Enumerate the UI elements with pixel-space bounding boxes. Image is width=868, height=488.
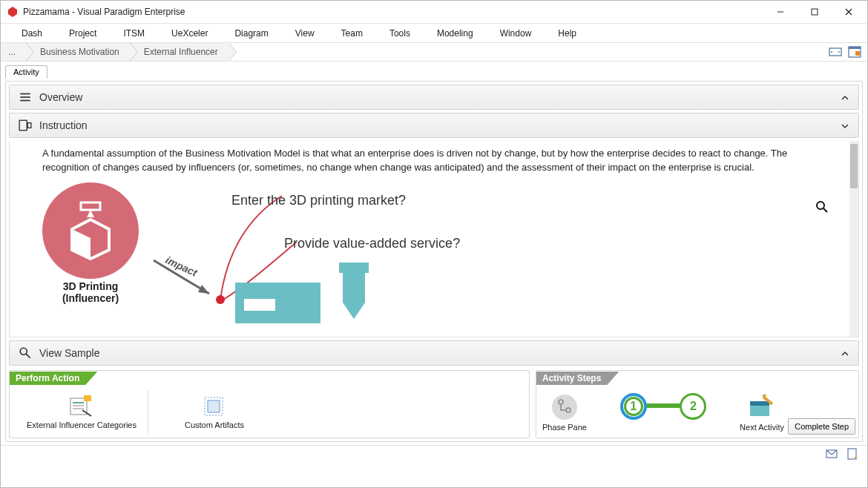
menu-modeling[interactable]: Modeling (424, 25, 487, 42)
tab-activity[interactable]: Activity (5, 65, 47, 79)
svg-point-6 (831, 51, 832, 53)
chevron-up-icon (841, 349, 849, 357)
minimize-button[interactable] (763, 1, 798, 23)
svg-point-37 (552, 395, 577, 420)
question-2: Provide value-added service? (284, 236, 460, 251)
instruction-body: A fundamental assumption of the Business… (9, 141, 859, 337)
section-instruction[interactable]: Instruction (9, 113, 859, 138)
next-activity-step[interactable]: Next Activity (740, 394, 784, 432)
perform-action-panel: Perform Action External Influencer Categ… (9, 370, 530, 438)
titlebar: Pizzamama - Visual Paradigm Enterprise (1, 1, 867, 23)
menu-project[interactable]: Project (56, 25, 110, 42)
chevron-up-icon (841, 93, 849, 102)
action-custom-artifacts[interactable]: Custom Artifacts (148, 388, 280, 437)
scrollbar-thumb[interactable] (850, 144, 858, 188)
chevron-down-icon (841, 121, 849, 130)
section-view-sample-label: View Sample (39, 347, 99, 359)
activity-steps-panel: Activity Steps Phase Pane 1 2 Next Ac (536, 370, 859, 438)
menu-diagram[interactable]: Diagram (221, 25, 281, 42)
step-1[interactable]: 1 (620, 393, 647, 432)
statusbar (1, 445, 867, 461)
svg-rect-25 (343, 273, 365, 303)
maximize-button[interactable] (798, 1, 832, 23)
influencer-circle (42, 182, 139, 279)
svg-rect-41 (750, 401, 769, 406)
section-instruction-label: Instruction (39, 119, 88, 131)
svg-marker-23 (198, 285, 209, 294)
app-icon (7, 6, 19, 18)
question-1: Enter the 3D printing market? (231, 193, 406, 208)
close-button[interactable] (832, 1, 866, 23)
window-title: Pizzamama - Visual Paradigm Enterprise (23, 7, 185, 17)
svg-marker-0 (8, 7, 17, 17)
svg-rect-33 (84, 395, 91, 401)
complete-step-button[interactable]: Complete Step (788, 418, 855, 435)
menu-tools[interactable]: Tools (376, 25, 424, 42)
search-icon (19, 346, 32, 360)
breadcrumb: ... Business Motivation External Influen… (1, 42, 867, 62)
svg-rect-18 (81, 202, 100, 210)
scrollbar[interactable] (849, 141, 858, 337)
instruction-diagram: 3D Printing (Influencer) impact Enter th… (42, 182, 846, 323)
impact-point (216, 295, 225, 304)
svg-rect-40 (750, 406, 769, 416)
menubar: Dash Project ITSM UeXceler Diagram View … (1, 23, 867, 42)
breadcrumb-item-0[interactable]: Business Motivation (26, 43, 130, 61)
svg-rect-15 (27, 123, 31, 128)
layout-icon[interactable] (829, 45, 842, 59)
menu-window[interactable]: Window (487, 25, 545, 42)
menu-help[interactable]: Help (545, 25, 590, 42)
svg-rect-10 (855, 51, 860, 56)
svg-rect-36 (208, 400, 220, 412)
svg-marker-26 (343, 303, 365, 319)
note-icon[interactable] (846, 448, 858, 460)
breadcrumb-item-1[interactable]: External Influencer (130, 43, 228, 61)
menu-itsm[interactable]: ITSM (110, 25, 158, 42)
panel-icon[interactable] (848, 45, 861, 59)
svg-point-27 (20, 348, 27, 355)
hamburger-icon (19, 90, 32, 104)
phase-pane-step[interactable]: Phase Pane (542, 394, 587, 432)
mail-icon[interactable] (826, 448, 838, 460)
influencer-label: 3D Printing (Influencer) (42, 280, 139, 306)
svg-point-7 (838, 51, 840, 53)
svg-rect-14 (19, 120, 27, 131)
printer-head (335, 263, 372, 323)
tab-strip: Activity (1, 62, 867, 78)
section-overview[interactable]: Overview (9, 85, 859, 110)
instruction-icon (19, 119, 32, 132)
menu-uexceler[interactable]: UeXceler (158, 25, 221, 42)
activity-steps-title: Activity Steps (536, 372, 619, 385)
menu-view[interactable]: View (282, 25, 328, 42)
section-view-sample[interactable]: View Sample (9, 340, 859, 366)
action-external-influencer-categories[interactable]: External Influencer Categories (16, 388, 148, 437)
svg-rect-9 (849, 47, 861, 49)
printer-body (235, 283, 320, 323)
step-2[interactable]: 2 (680, 393, 706, 432)
instruction-paragraph: A fundamental assumption of the Business… (42, 147, 832, 175)
menu-dash[interactable]: Dash (8, 25, 56, 42)
section-overview-label: Overview (39, 91, 82, 103)
menu-team[interactable]: Team (328, 25, 376, 42)
perform-action-title: Perform Action (10, 372, 97, 385)
svg-marker-21 (72, 229, 91, 259)
svg-rect-24 (339, 263, 369, 273)
svg-line-28 (26, 354, 30, 358)
main-panel: Overview Instruction A fundamental assum… (5, 81, 863, 442)
breadcrumb-root[interactable]: ... (1, 43, 26, 61)
svg-rect-2 (812, 9, 818, 15)
